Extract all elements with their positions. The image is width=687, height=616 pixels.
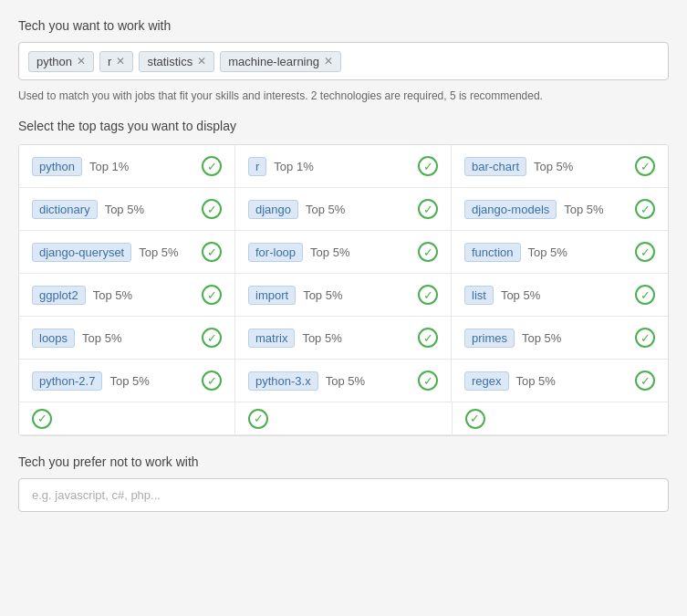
tag-name: function — [464, 243, 521, 262]
check-icon: ✓ — [635, 285, 655, 305]
select-top-tags-label: Select the top tags you want to display — [18, 119, 669, 133]
tag-cell-left: list Top 5% — [464, 286, 540, 305]
tags-grid: python Top 1% ✓ r Top 1% ✓ bar-chart Top… — [19, 145, 668, 402]
tag-cell-list[interactable]: list Top 5% ✓ — [452, 274, 668, 317]
tag-cell-left: function Top 5% — [464, 243, 567, 262]
tag-cell-left: primes Top 5% — [464, 329, 561, 348]
check-icon: ✓ — [32, 409, 52, 429]
partial-row: ✓ ✓ ✓ — [19, 402, 668, 435]
tech-want-label: Tech you want to work with — [18, 18, 669, 33]
close-icon[interactable]: ✕ — [77, 55, 86, 68]
tag-rank: Top 5% — [105, 203, 144, 216]
check-icon: ✓ — [202, 199, 222, 219]
tag-name: bar-chart — [464, 157, 526, 176]
tag-rank: Top 5% — [564, 203, 603, 216]
tag-cell-django-queryset[interactable]: django-queryset Top 5% ✓ — [19, 231, 235, 274]
tag-rank: Top 1% — [274, 160, 313, 173]
tag-cell-python[interactable]: python Top 1% ✓ — [19, 145, 235, 188]
tag-cell-left: python-3.x Top 5% — [248, 371, 365, 391]
tag-cell-loops[interactable]: loops Top 5% ✓ — [19, 317, 235, 360]
tag-rank: Top 1% — [89, 160, 129, 173]
check-icon: ✓ — [202, 371, 222, 391]
check-icon: ✓ — [418, 285, 438, 305]
tag-name: regex — [464, 371, 509, 391]
check-icon: ✓ — [418, 156, 438, 176]
check-icon: ✓ — [248, 409, 268, 429]
check-icon: ✓ — [635, 328, 655, 348]
tag-rank: Top 5% — [302, 331, 341, 345]
page-container: Tech you want to work with python ✕ r ✕ … — [18, 18, 669, 512]
tag-name: django-models — [464, 200, 557, 219]
tag-cell-left: r Top 1% — [248, 157, 314, 176]
tag-cell-bar-chart[interactable]: bar-chart Top 5% ✓ — [452, 145, 668, 188]
tag-name: python-3.x — [248, 371, 318, 391]
tag-name: python-2.7 — [32, 371, 102, 391]
partial-cell-2[interactable]: ✓ — [235, 402, 452, 435]
tag-name: r — [248, 157, 266, 176]
tag-name: dictionary — [32, 200, 98, 219]
tag-name: loops — [32, 329, 75, 348]
tag-name: primes — [464, 329, 515, 348]
tag-cell-django-models[interactable]: django-models Top 5% ✓ — [452, 188, 668, 231]
close-icon[interactable]: ✕ — [197, 55, 206, 68]
tag-cell-matrix[interactable]: matrix Top 5% ✓ — [235, 317, 452, 360]
tag-rank: Top 5% — [326, 374, 365, 388]
tag-cell-left: matrix Top 5% — [248, 329, 342, 348]
tech-not-want-label: Tech you prefer not to work with — [18, 454, 669, 469]
tag-rank: Top 5% — [310, 245, 349, 259]
tag-cell-for-loop[interactable]: for-loop Top 5% ✓ — [235, 231, 452, 274]
tag-cell-function[interactable]: function Top 5% ✓ — [452, 231, 668, 274]
close-icon[interactable]: ✕ — [116, 55, 125, 68]
tag-cell-python-2.7[interactable]: python-2.7 Top 5% ✓ — [19, 360, 235, 402]
tag-cell-r[interactable]: r Top 1% ✓ — [235, 145, 452, 188]
tag-cell-primes[interactable]: primes Top 5% ✓ — [452, 317, 668, 360]
check-icon: ✓ — [418, 242, 438, 262]
tag-chip-r-label: r — [108, 55, 111, 68]
tag-chip-statistics[interactable]: statistics ✕ — [139, 51, 214, 72]
tag-cell-import[interactable]: import Top 5% ✓ — [235, 274, 452, 317]
tag-cell-ggplot2[interactable]: ggplot2 Top 5% ✓ — [19, 274, 235, 317]
check-icon: ✓ — [202, 285, 222, 305]
tag-rank: Top 5% — [139, 245, 178, 259]
tag-name: for-loop — [248, 243, 303, 262]
tag-cell-left: for-loop Top 5% — [248, 243, 349, 262]
tech-input-box[interactable]: python ✕ r ✕ statistics ✕ machine-learni… — [18, 42, 669, 80]
tag-name: django-queryset — [32, 243, 131, 262]
tag-rank: Top 5% — [522, 331, 561, 345]
tag-chip-r[interactable]: r ✕ — [99, 51, 133, 72]
hint-text: Used to match you with jobs that fit you… — [18, 89, 669, 102]
tag-rank: Top 5% — [516, 374, 556, 388]
tag-cell-django[interactable]: django Top 5% ✓ — [235, 188, 452, 231]
tag-cell-dictionary[interactable]: dictionary Top 5% ✓ — [19, 188, 235, 231]
partial-cell-3[interactable]: ✓ — [453, 402, 668, 435]
check-icon: ✓ — [635, 156, 655, 176]
tag-chip-statistics-label: statistics — [147, 55, 193, 68]
tag-cell-regex[interactable]: regex Top 5% ✓ — [452, 360, 668, 402]
tag-cell-left: bar-chart Top 5% — [464, 157, 573, 176]
tag-cell-left: regex Top 5% — [464, 371, 556, 391]
partial-cell-1[interactable]: ✓ — [19, 402, 235, 435]
check-icon: ✓ — [202, 242, 222, 262]
tag-name: python — [32, 157, 82, 176]
tag-chip-python[interactable]: python ✕ — [28, 51, 94, 72]
tag-chip-python-label: python — [36, 55, 72, 68]
check-icon: ✓ — [418, 371, 438, 391]
not-work-placeholder: e.g. javascript, c#, php... — [32, 488, 161, 502]
check-icon: ✓ — [202, 156, 222, 176]
tag-cell-left: dictionary Top 5% — [32, 200, 144, 219]
tag-rank: Top 5% — [306, 203, 345, 216]
tag-cell-left: django-models Top 5% — [464, 200, 604, 219]
tag-chip-machine-learning-label: machine-learning — [228, 55, 319, 68]
tag-rank: Top 5% — [501, 288, 540, 302]
tag-rank: Top 5% — [82, 331, 121, 345]
check-icon: ✓ — [202, 328, 222, 348]
tag-rank: Top 5% — [303, 288, 342, 302]
close-icon[interactable]: ✕ — [324, 55, 333, 68]
tag-chip-machine-learning[interactable]: machine-learning ✕ — [220, 51, 341, 72]
tag-cell-left: loops Top 5% — [32, 329, 121, 348]
tag-cell-left: django Top 5% — [248, 200, 345, 219]
not-work-input[interactable]: e.g. javascript, c#, php... — [18, 478, 669, 512]
tag-cell-left: python Top 1% — [32, 157, 129, 176]
tag-cell-python-3.x[interactable]: python-3.x Top 5% ✓ — [235, 360, 452, 402]
tag-name: django — [248, 200, 298, 219]
